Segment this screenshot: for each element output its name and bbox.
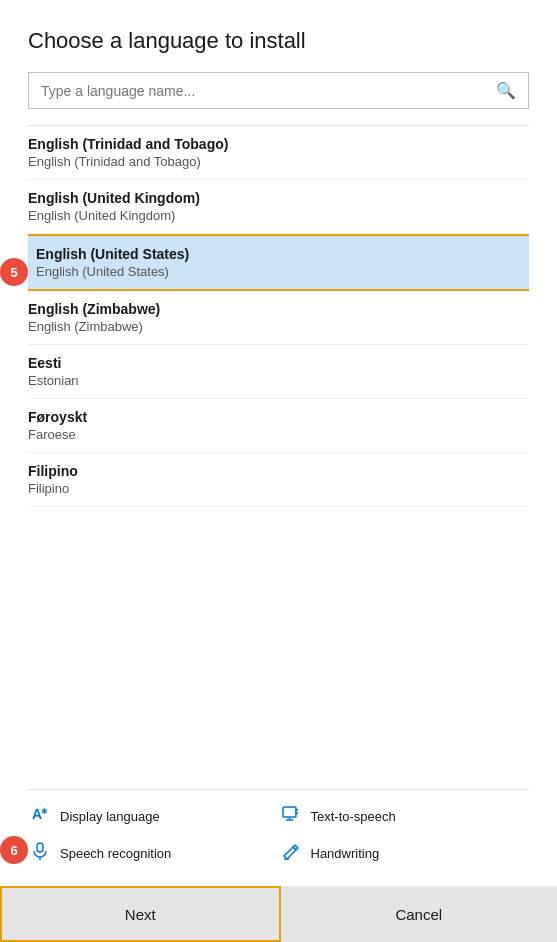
lang-name: Føroyskt	[28, 409, 529, 425]
language-item[interactable]: English (Trinidad and Tobago) English (T…	[28, 126, 529, 180]
lang-native: English (United Kingdom)	[28, 208, 529, 223]
feature-text-to-speech: Text-to-speech	[279, 804, 530, 829]
feature-handwriting: Handwriting	[279, 841, 530, 866]
speech-icon	[28, 841, 52, 866]
lang-native: Filipino	[28, 481, 529, 496]
lang-name: English (Trinidad and Tobago)	[28, 136, 529, 152]
language-item[interactable]: English (United Kingdom) English (United…	[28, 180, 529, 234]
search-box[interactable]: 🔍	[28, 72, 529, 109]
search-input[interactable]	[41, 83, 496, 99]
lang-native: Estonian	[28, 373, 529, 388]
next-button[interactable]: Next	[0, 886, 281, 942]
feature-label: Display language	[60, 809, 160, 824]
language-list: English (Trinidad and Tobago) English (T…	[28, 125, 529, 789]
lang-native: English (United States)	[36, 264, 521, 279]
svg-rect-2	[283, 807, 296, 817]
feature-display-language: A ✱ Display language	[28, 804, 279, 829]
feature-label: Speech recognition	[60, 846, 171, 861]
svg-text:✱: ✱	[41, 807, 48, 816]
feature-speech-recognition: Speech recognition	[28, 841, 279, 866]
lang-native: English (Zimbabwe)	[28, 319, 529, 334]
svg-rect-7	[37, 843, 43, 852]
step-badge-6: 6	[0, 836, 28, 864]
button-row: Next Cancel	[0, 886, 557, 942]
lang-name: English (Zimbabwe)	[28, 301, 529, 317]
search-icon: 🔍	[496, 81, 516, 100]
features-section: A ✱ Display language Text-to-speech Spee…	[28, 789, 529, 876]
dialog-title: Choose a language to install	[28, 28, 529, 54]
feature-label: Handwriting	[311, 846, 380, 861]
lang-name: Eesti	[28, 355, 529, 371]
choose-language-dialog: 5 6 Choose a language to install 🔍 Engli…	[0, 0, 557, 942]
language-item[interactable]: English (United States) English (United …	[28, 234, 529, 291]
language-item[interactable]: Filipino Filipino	[28, 453, 529, 507]
feature-label: Text-to-speech	[311, 809, 396, 824]
handwriting-icon	[279, 841, 303, 866]
lang-name: Filipino	[28, 463, 529, 479]
lang-name: English (United States)	[36, 246, 521, 262]
language-item[interactable]: English (Zimbabwe) English (Zimbabwe)	[28, 291, 529, 345]
step-badge-5: 5	[0, 258, 28, 286]
display-icon: A ✱	[28, 804, 52, 829]
lang-native: English (Trinidad and Tobago)	[28, 154, 529, 169]
language-item[interactable]: Eesti Estonian	[28, 345, 529, 399]
lang-native: Faroese	[28, 427, 529, 442]
lang-name: English (United Kingdom)	[28, 190, 529, 206]
tts-icon	[279, 804, 303, 829]
cancel-button[interactable]: Cancel	[281, 886, 558, 942]
language-item[interactable]: Føroyskt Faroese	[28, 399, 529, 453]
